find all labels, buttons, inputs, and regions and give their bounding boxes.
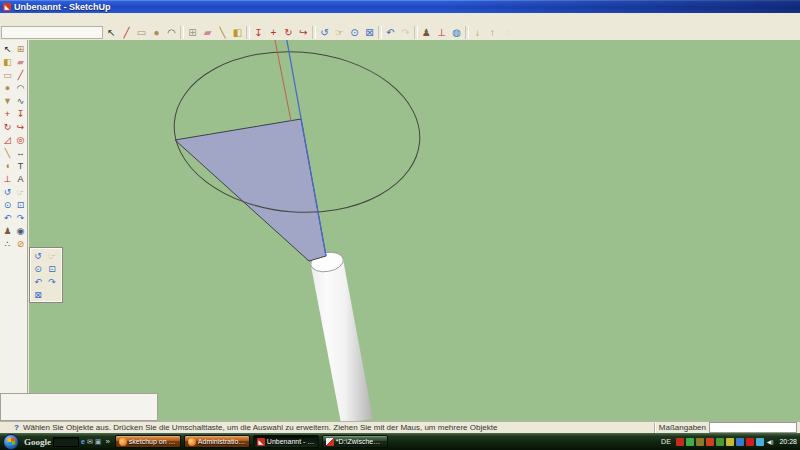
axes-tool-icon[interactable]: ⊥ (1, 172, 14, 185)
zoom-next-icon[interactable]: ↷ (14, 211, 27, 224)
explorer-icon[interactable]: ▣ (95, 437, 102, 447)
text-tool-icon[interactable]: T (14, 159, 27, 172)
tray-icon-3[interactable] (696, 438, 704, 446)
zoom-extents-icon[interactable]: ⊠ (31, 288, 45, 301)
ie-icon[interactable]: e (81, 437, 85, 447)
zoom-window-icon[interactable]: ⊡ (14, 198, 27, 211)
cone-face[interactable] (175, 119, 326, 261)
tray-icon-5[interactable] (716, 438, 724, 446)
select-tool-icon[interactable]: ↖ (1, 42, 14, 55)
language-indicator[interactable]: DE (661, 438, 671, 445)
cylinder-body[interactable] (311, 259, 373, 423)
camera-toolbar: ↺☞⊙⊡↶↷⊠ (29, 247, 63, 303)
tray-icon-8[interactable] (746, 438, 754, 446)
zoom-previous-icon[interactable]: ↶ (1, 211, 14, 224)
tray-icon-9[interactable] (756, 438, 764, 446)
system-tray: DE ◀) 20:28 (661, 438, 797, 446)
circle-tool-icon[interactable]: ● (1, 81, 14, 94)
chevron-right-icon[interactable]: » (105, 437, 109, 446)
taskbar-button-document[interactable]: *D:\Zwischenablage... (322, 435, 388, 448)
start-button[interactable] (3, 434, 19, 450)
google-search-input[interactable] (53, 437, 79, 447)
rectangle-tool-icon[interactable]: ▭ (1, 68, 14, 81)
volume-icon[interactable]: ◀) (767, 438, 774, 445)
tray-icon-7[interactable] (736, 438, 744, 446)
status-separator (654, 423, 655, 433)
sketchup-icon: ◣ (257, 438, 265, 446)
document-icon (326, 438, 334, 446)
follow-me-icon[interactable]: ↪ (14, 120, 27, 133)
orbit-tool-icon[interactable]: ↺ (1, 185, 14, 198)
dimension-tool-icon[interactable]: ↔ (14, 146, 27, 159)
status-bar: ? Wählen Sie Objekte aus. Drücken Sie di… (0, 421, 800, 433)
mail-icon[interactable]: ✉ (87, 437, 93, 447)
task-buttons: sketchup on das Sc... Administrationsber… (115, 435, 388, 448)
tray-icon-2[interactable] (686, 438, 694, 446)
tray-icon-1[interactable] (676, 438, 684, 446)
position-camera-icon[interactable]: ♟ (1, 224, 14, 237)
measurements-label: Maßangaben (659, 423, 706, 432)
freehand-tool-icon[interactable]: ∿ (14, 94, 27, 107)
paint-bucket-icon[interactable]: ◧ (1, 55, 14, 68)
protractor-tool-icon[interactable]: ◖ (1, 159, 14, 172)
eraser-tool-icon[interactable]: ▰ (14, 55, 27, 68)
offset-tool-icon[interactable]: ◎ (14, 133, 27, 146)
polygon-tool-icon[interactable]: ▼ (1, 94, 14, 107)
orbit-tool-icon[interactable]: ↺ (31, 249, 45, 262)
taskbar-button-sketchup[interactable]: ◣ Unbenannt - Sketch... (253, 435, 319, 448)
pan-tool-icon[interactable]: ☞ (45, 249, 59, 262)
tray-icon-6[interactable] (726, 438, 734, 446)
model[interactable] (168, 40, 426, 423)
taskbar-button-firefox-2[interactable]: Administrationsbere... (184, 435, 250, 448)
zoom-previous-icon[interactable]: ↶ (31, 275, 45, 288)
zoom-tool-icon[interactable]: ⊙ (31, 262, 45, 275)
line-tool-icon[interactable]: ╱ (14, 68, 27, 81)
tray-icon-4[interactable] (706, 438, 714, 446)
look-around-icon[interactable]: ◉ (14, 224, 27, 237)
move-tool-icon[interactable]: + (1, 107, 14, 120)
zoom-tool-icon[interactable]: ⊙ (1, 198, 14, 211)
large-tool-set: ↖⊞◧▰▭╱●◠▼∿+↧↻↪◿◎╲↔◖T⊥A↺☞⊙⊡↶↷♟◉∴⊘ (1, 42, 27, 250)
window-title: Unbenannt - SketchUp (14, 2, 111, 12)
status-message: Wählen Sie Objekte aus. Drücken Sie die … (23, 423, 654, 432)
tray-icons (676, 438, 764, 446)
sketchup-app-icon: ◣ (3, 3, 11, 11)
arc-tool-icon[interactable]: ◠ (14, 81, 27, 94)
scale-tool-icon[interactable]: ◿ (1, 133, 14, 146)
bottom-dock-panel (0, 393, 158, 421)
clock: 20:28 (779, 438, 797, 445)
windows-logo-icon (7, 438, 15, 446)
section-plane-icon[interactable]: ⊘ (14, 237, 27, 250)
quick-launch: e✉▣ (81, 437, 101, 447)
walk-tool-icon[interactable]: ∴ (1, 237, 14, 250)
zoom-window-icon[interactable]: ⊡ (45, 262, 59, 275)
tape-measure-icon[interactable]: ╲ (1, 146, 14, 159)
zoom-next-icon[interactable]: ↷ (45, 275, 59, 288)
measurements-input[interactable] (709, 422, 797, 433)
rotate-tool-icon[interactable]: ↻ (1, 120, 14, 133)
push-pull-icon[interactable]: ↧ (14, 107, 27, 120)
google-logo: Google (24, 437, 51, 447)
firefox-icon (188, 438, 196, 446)
google-deskbar: Google e✉▣ » (24, 437, 112, 447)
firefox-icon (119, 438, 127, 446)
taskbar-button-firefox-1[interactable]: sketchup on das Sc... (115, 435, 181, 448)
windows-taskbar: Google e✉▣ » sketchup on das Sc... Admin… (0, 433, 800, 450)
pan-tool-icon[interactable]: ☞ (14, 185, 27, 198)
help-icon[interactable]: ? (14, 423, 19, 432)
make-component-icon[interactable]: ⊞ (14, 42, 27, 55)
model-viewport (0, 0, 800, 450)
3d-text-tool-icon[interactable]: A (14, 172, 27, 185)
